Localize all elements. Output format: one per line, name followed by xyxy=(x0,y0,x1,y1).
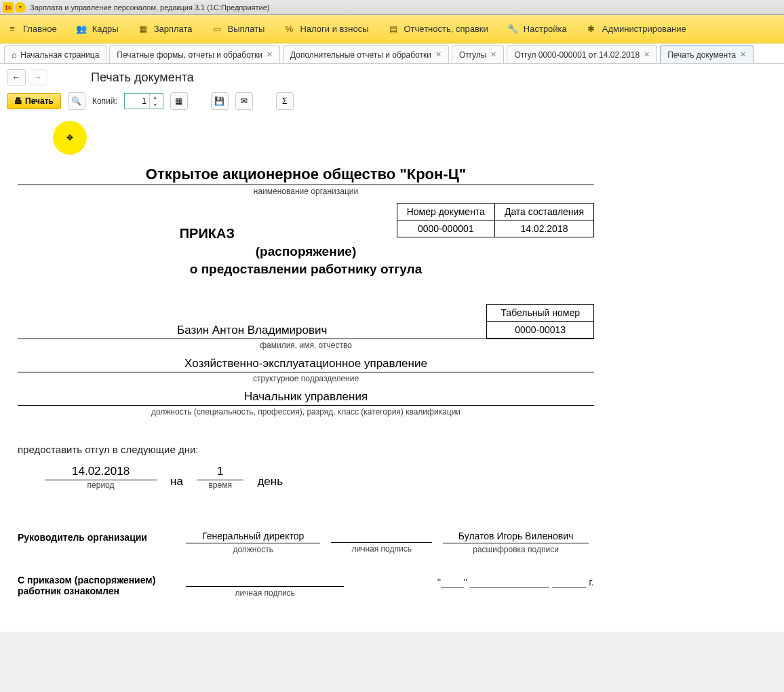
days-caption: время xyxy=(208,480,231,490)
period-value: 14.02.2018 xyxy=(45,465,157,480)
period-row: 14.02.2018 период на 1 время день xyxy=(18,465,594,490)
wrench-icon: 🔧 xyxy=(507,24,518,35)
tab-label: Начальная страница xyxy=(20,50,99,60)
tab-otguly[interactable]: Отгулы✕ xyxy=(452,45,505,63)
tab-label: Дополнительные отчеты и обработки xyxy=(290,50,431,60)
forward-button[interactable]: → xyxy=(28,69,47,85)
ack-label-1: С приказом (распоряжением) xyxy=(18,575,180,585)
menu-reports[interactable]: ▤Отчетность, справки xyxy=(388,24,488,35)
head-label: Руководитель организации xyxy=(18,531,180,543)
table-icon: ▦ xyxy=(175,96,182,106)
ack-sign-caption: личная подпись xyxy=(186,588,344,598)
email-button[interactable]: ✉ xyxy=(235,92,253,110)
report-icon: ▤ xyxy=(388,24,399,35)
fio-caption: фамилия, имя, отчество xyxy=(18,341,594,350)
printer-icon: 🖶 xyxy=(14,96,22,106)
save-button[interactable]: 💾 xyxy=(211,92,229,110)
ack-row: С приказом (распоряжением) работник озна… xyxy=(18,575,594,598)
th-doc-date: Дата составления xyxy=(494,204,593,220)
tab-home[interactable]: ⌂Начальная страница xyxy=(4,45,106,63)
head-sign-row: Руководитель организации Генеральный дир… xyxy=(18,531,594,554)
menu-label: Налоги и взносы xyxy=(300,24,368,34)
th-tabnum: Табельный номер xyxy=(487,305,594,322)
titlebar: 1c Зарплата и управление персоналом, ред… xyxy=(0,0,784,15)
tab-label: Отгул 0000-000001 от 14.02.2018 xyxy=(514,50,640,60)
ack-date: "____" ______________ ______ г. xyxy=(437,575,594,588)
org-name: Открытое акционерное общество "Крон-Ц" xyxy=(18,166,594,183)
head-name-caption: расшифровка подписи xyxy=(443,545,589,554)
menu-settings[interactable]: 🔧Настройка xyxy=(507,24,567,35)
head-position-caption: должность xyxy=(186,545,320,554)
order-sub2: о предоставлении работнику отгула xyxy=(18,262,594,277)
tab-bar: ⌂Начальная страница Печатные формы, отче… xyxy=(0,43,784,64)
arrow-left-icon: ← xyxy=(12,73,20,82)
position-caption: должность (специальность, профессия), ра… xyxy=(18,407,594,417)
head-sign xyxy=(331,531,432,543)
magnifier-icon: 🔍 xyxy=(71,96,81,106)
period-caption: период xyxy=(87,480,115,490)
menu-label: Администрирование xyxy=(602,24,686,34)
head-position: Генеральный директор xyxy=(186,531,320,543)
print-button[interactable]: 🖶Печать xyxy=(7,93,61,109)
menu-kadry[interactable]: 👥Кадры xyxy=(76,24,119,35)
tab-print-doc[interactable]: Печать документа✕ xyxy=(660,45,753,63)
wallet-icon: ▭ xyxy=(212,24,222,35)
mail-icon: ✉ xyxy=(241,96,248,106)
edit-button[interactable]: ▦ xyxy=(170,92,188,110)
menu-label: Выплаты xyxy=(228,24,265,34)
people-icon: 👥 xyxy=(76,24,87,35)
main-menu: ≡Главное 👥Кадры ▦Зарплата ▭Выплаты %Нало… xyxy=(0,15,784,43)
page-title: Печать документа xyxy=(91,71,194,85)
th-doc-num: Номер документа xyxy=(397,204,494,220)
close-icon[interactable]: ✕ xyxy=(490,50,496,59)
menu-main[interactable]: ≡Главное xyxy=(7,24,57,35)
preview-button[interactable]: 🔍 xyxy=(68,92,85,110)
print-toolbar: 🖶Печать 🔍 Копий: ▲▼ ▦ 💾 ✉ Σ xyxy=(0,88,784,118)
tab-otgul-doc[interactable]: Отгул 0000-000001 от 14.02.2018✕ xyxy=(507,45,657,63)
tab-label: Печать документа xyxy=(667,50,736,60)
tab-label: Отгулы xyxy=(459,50,487,60)
head-sign-caption: личная подпись xyxy=(331,544,432,554)
spinner-down-icon[interactable]: ▼ xyxy=(150,101,161,109)
app-dropdown-icon[interactable] xyxy=(15,2,26,13)
copies-spinner[interactable]: ▲▼ xyxy=(124,93,163,109)
doc-header-table: Номер документаДата составления 0000-000… xyxy=(397,203,594,237)
document-area: Открытое акционерное общество "Крон-Ц" н… xyxy=(0,118,784,632)
menu-vyplaty[interactable]: ▭Выплаты xyxy=(212,24,265,35)
menu-label: Кадры xyxy=(92,24,119,34)
close-icon[interactable]: ✕ xyxy=(644,50,650,59)
sum-button[interactable]: Σ xyxy=(276,92,294,110)
calc-icon: ▦ xyxy=(138,24,149,35)
print-label: Печать xyxy=(25,96,54,106)
menu-label: Отчетность, справки xyxy=(404,24,488,34)
spinner-up-icon[interactable]: ▲ xyxy=(150,94,161,101)
print-page: Открытое акционерное общество "Крон-Ц" н… xyxy=(11,125,601,625)
menu-zarplata[interactable]: ▦Зарплата xyxy=(138,24,193,35)
ack-label: С приказом (распоряжением) работник озна… xyxy=(18,575,180,596)
provide-text: предоставить отгул в следующие дни: xyxy=(18,444,594,455)
close-icon[interactable]: ✕ xyxy=(740,50,746,59)
days-word: день xyxy=(249,475,291,490)
dept-value: Хозяйственно-эксплуатационное управление xyxy=(18,357,594,372)
cursor-highlight-icon xyxy=(53,121,87,155)
td-doc-date: 14.02.2018 xyxy=(494,220,593,237)
tab-print-forms[interactable]: Печатные формы, отчеты и обработки✕ xyxy=(109,45,280,63)
back-button[interactable]: ← xyxy=(7,69,26,85)
menu-nalogi[interactable]: %Налоги и взносы xyxy=(283,24,368,35)
td-tabnum: 0000-00013 xyxy=(487,322,594,339)
position-value: Начальник управления xyxy=(18,390,594,406)
gear-icon: ✱ xyxy=(586,24,597,35)
divider xyxy=(18,185,594,185)
head-name: Булатов Игорь Виленович xyxy=(443,531,589,543)
td-doc-num: 0000-000001 xyxy=(397,220,494,237)
sigma-icon: Σ xyxy=(282,96,287,106)
menu-icon: ≡ xyxy=(7,24,18,35)
titlebar-text: Зарплата и управление персоналом, редакц… xyxy=(30,3,269,12)
copies-input[interactable] xyxy=(125,96,149,106)
menu-label: Зарплата xyxy=(154,24,193,34)
home-icon: ⌂ xyxy=(12,50,16,60)
tab-extra-reports[interactable]: Дополнительные отчеты и обработки✕ xyxy=(283,45,449,63)
close-icon[interactable]: ✕ xyxy=(267,50,273,59)
menu-admin[interactable]: ✱Администрирование xyxy=(586,24,686,35)
close-icon[interactable]: ✕ xyxy=(435,50,442,59)
